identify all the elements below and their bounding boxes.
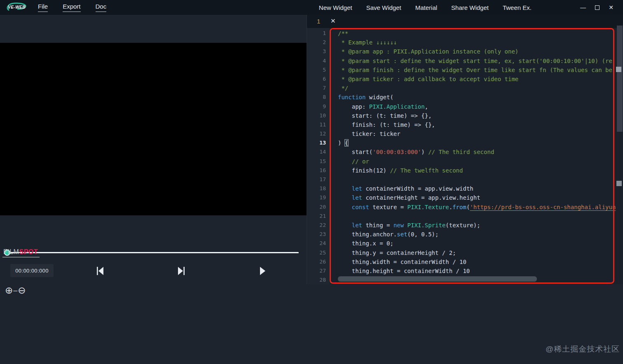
line-number-gutter: 1234567891011121314151617181920212223242… [307, 28, 330, 284]
video-preview: FILMSPOT [0, 43, 307, 215]
code-line[interactable]: thing.anchor.set(0, 0.5); [338, 230, 623, 239]
annotation-handle-bottom [616, 181, 622, 186]
line-number: 5 [307, 65, 330, 75]
zoom-in-icon[interactable]: ⊕ [5, 284, 13, 296]
horizontal-scrollbar-thumb[interactable] [338, 276, 537, 282]
code-token: thing.height = containerWidth / 10 [338, 268, 470, 274]
line-number: 4 [307, 56, 330, 65]
line-number: 6 [307, 75, 330, 84]
code-token: // The twelfth second [390, 167, 463, 174]
line-number: 28 [307, 275, 330, 284]
line-number: 16 [307, 166, 330, 175]
code-token: /** [338, 30, 348, 37]
code-token: , [425, 103, 428, 110]
code-line[interactable]: // or [338, 157, 623, 166]
code-line[interactable]: * @param app : PIXI.Application instance… [338, 47, 623, 56]
zoom-out-icon[interactable]: ⊖ [18, 284, 26, 296]
code-line[interactable]: start('00:00:03:000') // The third secon… [338, 147, 623, 156]
minimize-icon[interactable]: — [576, 1, 590, 14]
timeline-slider-track[interactable] [4, 252, 299, 253]
skip-end-icon [177, 266, 185, 275]
code-line[interactable]: thing.width = containerWidth / 10 [338, 257, 623, 266]
code-line[interactable] [338, 175, 623, 184]
code-token: * @param app : PIXI.Application instance… [338, 48, 518, 55]
code-token: thing.anchor. [338, 231, 397, 238]
code-line[interactable]: thing.x = 0; [338, 239, 623, 248]
editor-tab-bar: 1 ✕ [307, 15, 623, 28]
code-line[interactable]: * @param ticker : add callback to accept… [338, 75, 623, 84]
code-token: const [352, 204, 369, 210]
code-line[interactable]: ) { [338, 138, 623, 147]
close-icon[interactable]: ✕ [604, 1, 618, 14]
line-number: 11 [307, 120, 330, 129]
line-number: 1 [307, 29, 330, 38]
line-number: 20 [307, 203, 330, 212]
code-line[interactable]: ticker: ticker [338, 129, 623, 138]
code-token: // or [338, 158, 369, 165]
title-bar: VE-WEB File Export Doc New Widget Save W… [0, 0, 623, 15]
code-token: * @param finish : define the widget Over… [338, 67, 612, 73]
tab-close-icon[interactable]: ✕ [330, 17, 336, 25]
menu-new-widget[interactable]: New Widget [319, 4, 352, 11]
code-line[interactable]: /** [338, 29, 623, 38]
menu-share-widget[interactable]: Share Widget [451, 4, 489, 11]
skip-to-start-button[interactable] [95, 266, 106, 276]
line-number: 24 [307, 239, 330, 248]
line-number: 18 [307, 184, 330, 193]
code-line[interactable]: let containerHeight = app.view.height [338, 193, 623, 202]
code-line[interactable]: const texture = PIXI.Texture.from('https… [338, 203, 623, 212]
code-editor[interactable]: 1234567891011121314151617181920212223242… [307, 28, 623, 284]
maximize-box-glyph [595, 5, 600, 10]
line-number: 26 [307, 257, 330, 266]
code-line[interactable]: function widget( [338, 93, 623, 102]
line-number: 7 [307, 84, 330, 93]
code-line[interactable]: finish: (t: time) => {}, [338, 120, 623, 129]
editor-tab-1[interactable]: 1 [317, 18, 320, 25]
line-number: 10 [307, 111, 330, 120]
play-button[interactable] [257, 266, 268, 276]
line-number: 3 [307, 47, 330, 56]
code-line[interactable] [338, 212, 623, 221]
code-line[interactable]: thing.height = containerWidth / 10 [338, 266, 623, 275]
code-token [338, 185, 352, 192]
code-line[interactable]: */ [338, 84, 623, 93]
code-token: // The third second [428, 149, 494, 155]
vertical-scrollbar-thumb[interactable] [617, 26, 623, 132]
code-token: texture = [369, 204, 408, 210]
code-token: * Example ↓↓↓↓↓↓ [338, 39, 397, 46]
right-menu: New Widget Save Widget Material Share Wi… [319, 4, 532, 11]
maximize-icon[interactable] [590, 1, 604, 14]
timecode-display[interactable]: 00:00:00:000 [10, 264, 54, 277]
line-number: 17 [307, 175, 330, 184]
code-line[interactable]: * @param start : define the widget start… [338, 56, 623, 65]
annotation-handle-top [616, 67, 621, 72]
menu-save-widget[interactable]: Save Widget [366, 4, 401, 11]
code-token: . [449, 204, 452, 210]
code-line[interactable]: thing.y = containerHeight / 2; [338, 248, 623, 257]
line-number: 23 [307, 230, 330, 239]
code-token: * @param start : define the widget start… [338, 58, 612, 64]
menu-export[interactable]: Export [63, 3, 80, 12]
code-line[interactable]: let containerWidth = app.view.width [338, 184, 623, 193]
code-line[interactable]: app: PIXI.Application, [338, 102, 623, 111]
code-line[interactable]: * @param finish : define the widget Over… [338, 65, 623, 75]
code-line[interactable]: * Example ↓↓↓↓↓↓ [338, 38, 623, 47]
menu-file[interactable]: File [38, 3, 48, 12]
code-token: PIXI.Texture [408, 204, 449, 210]
code-token: { [345, 140, 348, 146]
app-logo: VE-WEB [5, 1, 30, 14]
code-line[interactable]: let thing = new PIXI.Sprite(texture); [338, 221, 623, 230]
code-line[interactable]: finish(12) // The twelfth second [338, 166, 623, 175]
code-line[interactable]: start: (t: time) => {}, [338, 111, 623, 120]
code-token: * @param ticker : add callback to accept… [338, 76, 518, 82]
code-token: ) [338, 140, 345, 146]
code-token: thing = [362, 222, 393, 229]
logo-text: VE-WEB [8, 5, 26, 9]
menu-doc[interactable]: Doc [96, 3, 107, 12]
code-token [338, 194, 352, 201]
menu-tween-ex[interactable]: Tween Ex. [503, 4, 532, 11]
code-content[interactable]: /** * Example ↓↓↓↓↓↓ * @param app : PIXI… [330, 28, 623, 284]
skip-to-end-button[interactable] [175, 266, 187, 276]
menu-material[interactable]: Material [415, 4, 437, 11]
credit-watermark: @稀土掘金技术社区 [546, 344, 620, 355]
